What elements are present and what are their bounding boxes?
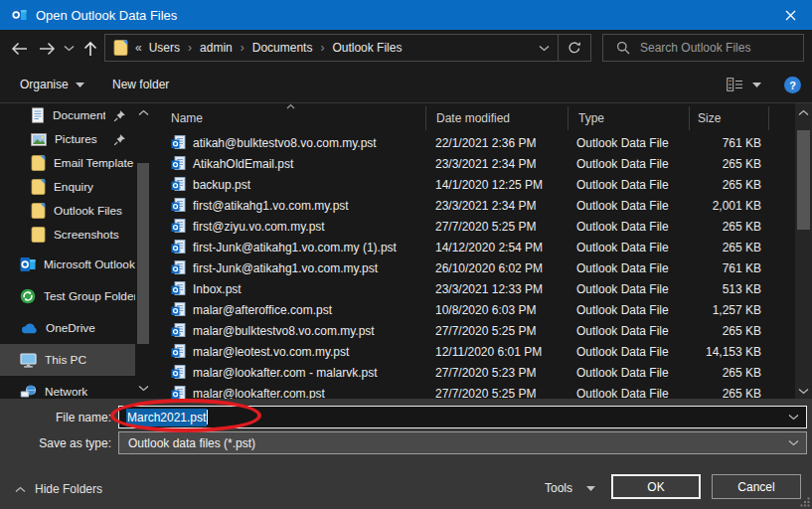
file-name-cell: atikah@bulktestvo8.vo.com.my.pst [159,135,425,150]
breadcrumb[interactable]: « Users›admin›Documents›Outlook Files [104,34,591,62]
file-row[interactable]: malar@leotest.vo.com.my.pst12/11/2020 6:… [159,341,795,362]
file-name-cell: malar@lookafter.com - malarvk.pst [159,365,425,380]
save-as-type-select[interactable]: Outlook data files (*.pst) [118,431,807,454]
resize-grip-icon[interactable] [800,497,810,507]
text-caret [207,410,208,424]
file-name-text: first-Junk@atikahg1.vo.com.my (1).pst [193,241,397,254]
file-name-text: first-Junk@atikahg1.vo.com.my.pst [193,261,378,275]
column-header-name[interactable]: Name [159,106,425,130]
file-name-text: backup.pst [193,178,250,192]
sidebar-item-enquiry[interactable]: Enquiry [0,175,135,199]
file-date-cell: 12/11/2020 6:01 PM [425,345,568,359]
file-row[interactable]: Inbox.pst23/3/2021 12:33 PMOutlook Data … [159,278,795,299]
sidebar-item-documents[interactable]: Documents [0,103,135,127]
file-date-cell: 23/3/2021 2:34 PM [425,157,568,171]
file-row[interactable]: malar@lookafter.com - malarvk.pst27/7/20… [159,362,795,383]
column-header-size[interactable]: Size [689,106,768,130]
save-as-type-label: Save as type: [0,436,111,450]
back-button[interactable] [6,30,32,67]
breadcrumb-segment-users[interactable]: Users [149,41,180,55]
recent-locations-button[interactable] [60,30,78,67]
sidebar-item-microsoft-outlook[interactable]: Microsoft Outlook [0,249,135,280]
outlook-data-file-icon [171,365,186,380]
search-icon [616,41,630,55]
forward-button[interactable] [34,30,60,67]
new-folder-label: New folder [112,78,169,91]
sidebar-item-onedrive[interactable]: OneDrive [0,312,135,344]
file-size-cell: 761 KB [689,261,768,275]
sidebar-scrollbar[interactable] [136,103,150,400]
ok-button[interactable]: OK [611,474,701,499]
file-name-input[interactable]: March2021.pst [118,406,807,428]
search-input[interactable]: Search Outlook Files [602,34,804,62]
file-list-scrollbar-thumb[interactable] [797,130,810,230]
sidebar-scrollbar-thumb[interactable] [137,163,149,344]
refresh-button[interactable] [559,35,590,61]
file-size-cell: 265 KB [689,366,768,380]
column-header-date-modified[interactable]: Date modified [425,106,568,130]
file-row[interactable]: malar@afteroffice.com.pst10/8/2020 6:03 … [159,299,795,320]
file-row[interactable]: atikah@bulktestvo8.vo.com.my.pst22/1/202… [159,132,795,153]
outlook-data-file-icon [171,177,186,192]
file-list-scrollbar[interactable] [795,103,812,400]
tools-button[interactable]: Tools [545,481,595,495]
help-glyph: ? [789,80,796,91]
outlook-data-file-icon [171,302,186,317]
sidebar-item-outlook-files[interactable]: Outlook Files [0,199,135,223]
breadcrumb-segment-documents[interactable]: Documents [252,41,313,55]
caret-down-icon [586,486,595,491]
scroll-down-icon[interactable] [136,382,150,395]
breadcrumb-segment-outlook-files[interactable]: Outlook Files [332,41,402,55]
organise-button[interactable]: Organise [20,67,84,102]
file-row[interactable]: first@atikahg1.vo.com.my.pst23/3/2021 2:… [159,195,795,216]
scroll-up-icon[interactable] [136,106,150,119]
file-type-cell: Outlook Data File [568,303,689,317]
file-row[interactable]: backup.pst14/1/2020 12:25 PMOutlook Data… [159,174,795,195]
view-options-button[interactable] [727,67,761,102]
help-button[interactable]: ? [784,77,801,93]
file-type-cell: Outlook Data File [568,220,689,234]
scroll-down-icon[interactable] [795,384,812,398]
file-name-cell: malar@bulktestvo8.vo.com.my.pst [159,323,425,338]
sidebar-item-network[interactable]: Network [0,376,135,400]
breadcrumb-overflow-marker[interactable]: « [135,41,142,55]
column-header-filler [768,106,795,130]
file-row[interactable]: first@ziyu.vo.com.my.pst27/7/2020 5:25 P… [159,216,795,237]
arrow-up-icon [83,41,97,57]
file-type-cell: Outlook Data File [568,387,689,401]
scroll-up-icon[interactable] [795,105,812,119]
file-row[interactable]: malar@lookafter.com.pst27/7/2020 5:25 PM… [159,383,795,400]
breadcrumb-segment-admin[interactable]: admin [200,41,233,55]
sidebar-item-pictures[interactable]: Pictures [0,127,135,151]
sidebar-item-screenshots[interactable]: Screenshots [0,223,135,247]
new-folder-button[interactable]: New folder [112,67,169,102]
file-row[interactable]: malar@bulktestvo8.vo.com.my.pst27/7/2020… [159,320,795,341]
file-name-text: malar@afteroffice.com.pst [193,303,332,317]
save-as-type-value: Outlook data files (*.pst) [128,436,255,450]
cancel-button[interactable]: Cancel [712,474,801,499]
hide-folders-button[interactable]: Hide Folders [15,482,102,496]
chevron-down-icon[interactable] [788,414,799,421]
file-name-cell: first-Junk@atikahg1.vo.com.my (1).pst [159,240,425,254]
file-date-cell: 26/10/2020 6:02 PM [425,261,568,275]
file-row[interactable]: AtikahOldEmail.pst23/3/2021 2:34 PMOutlo… [159,153,795,174]
chevron-down-icon [539,45,550,52]
file-row[interactable]: first-Junk@atikahg1.vo.com.my.pst26/10/2… [159,257,795,278]
sidebar-item-this-pc[interactable]: This PC [0,344,135,376]
file-row[interactable]: first-Junk@atikahg1.vo.com.my (1).pst14/… [159,237,795,257]
hide-folders-label: Hide Folders [35,482,102,496]
file-list: NameDate modifiedTypeSize atikah@bulktes… [159,103,795,400]
up-button[interactable] [78,30,103,67]
arrow-left-icon [11,42,28,56]
pin-icon [113,133,126,146]
outlook-data-file-icon [171,198,186,213]
column-header-type[interactable]: Type [568,106,689,130]
sidebar-item-email-template[interactable]: Email Template ( [0,151,135,175]
outlook-data-file-icon [171,156,186,171]
close-button[interactable] [768,0,812,30]
sidebar-item-test-group-folder[interactable]: Test Group Folder [0,280,135,312]
file-name-text: AtikahOldEmail.pst [193,157,293,171]
breadcrumb-dropdown-button[interactable] [530,35,558,61]
file-size-cell: 761 KB [689,136,768,150]
file-name-text: malar@lookafter.com - malarvk.pst [193,366,378,380]
